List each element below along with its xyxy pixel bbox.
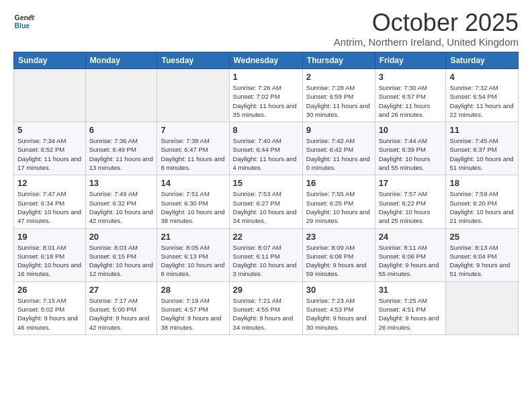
day-cell: 30Sunrise: 7:23 AM Sunset: 4:53 PM Dayli… bbox=[302, 281, 375, 334]
day-info: Sunrise: 8:03 AM Sunset: 6:15 PM Dayligh… bbox=[89, 243, 154, 279]
week-row-0: 1Sunrise: 7:26 AM Sunset: 7:02 PM Daylig… bbox=[14, 69, 519, 122]
day-info: Sunrise: 7:47 AM Sunset: 6:34 PM Dayligh… bbox=[17, 189, 82, 225]
day-number: 18 bbox=[449, 178, 515, 188]
day-number: 28 bbox=[161, 285, 225, 295]
day-cell: 10Sunrise: 7:44 AM Sunset: 6:39 PM Dayli… bbox=[375, 122, 446, 175]
day-number: 7 bbox=[161, 125, 225, 135]
day-cell: 23Sunrise: 8:09 AM Sunset: 6:08 PM Dayli… bbox=[302, 228, 375, 281]
day-cell: 26Sunrise: 7:15 AM Sunset: 5:02 PM Dayli… bbox=[14, 281, 86, 334]
day-info: Sunrise: 7:45 AM Sunset: 6:37 PM Dayligh… bbox=[449, 136, 515, 172]
day-cell bbox=[157, 69, 229, 122]
day-number: 30 bbox=[306, 285, 371, 295]
day-info: Sunrise: 7:15 AM Sunset: 5:02 PM Dayligh… bbox=[17, 296, 82, 332]
day-info: Sunrise: 7:23 AM Sunset: 4:53 PM Dayligh… bbox=[306, 296, 371, 332]
week-row-1: 5Sunrise: 7:34 AM Sunset: 6:52 PM Daylig… bbox=[14, 122, 519, 175]
day-cell: 11Sunrise: 7:45 AM Sunset: 6:37 PM Dayli… bbox=[446, 122, 519, 175]
weekday-header-thursday: Thursday bbox=[302, 52, 375, 69]
day-cell: 9Sunrise: 7:42 AM Sunset: 6:42 PM Daylig… bbox=[302, 122, 375, 175]
day-cell: 28Sunrise: 7:19 AM Sunset: 4:57 PM Dayli… bbox=[157, 281, 229, 334]
day-cell: 13Sunrise: 7:49 AM Sunset: 6:32 PM Dayli… bbox=[85, 175, 157, 228]
day-number: 11 bbox=[449, 125, 515, 135]
day-info: Sunrise: 7:59 AM Sunset: 6:20 PM Dayligh… bbox=[449, 189, 515, 225]
day-cell: 18Sunrise: 7:59 AM Sunset: 6:20 PM Dayli… bbox=[446, 175, 519, 228]
day-cell: 29Sunrise: 7:21 AM Sunset: 4:55 PM Dayli… bbox=[229, 281, 302, 334]
day-number: 26 bbox=[17, 285, 82, 295]
day-info: Sunrise: 7:40 AM Sunset: 6:44 PM Dayligh… bbox=[233, 136, 299, 172]
day-number: 14 bbox=[161, 178, 225, 188]
day-cell: 24Sunrise: 8:11 AM Sunset: 6:06 PM Dayli… bbox=[375, 228, 446, 281]
day-cell bbox=[85, 69, 157, 122]
day-cell: 20Sunrise: 8:03 AM Sunset: 6:15 PM Dayli… bbox=[85, 228, 157, 281]
day-cell: 22Sunrise: 8:07 AM Sunset: 6:11 PM Dayli… bbox=[229, 228, 302, 281]
day-number: 25 bbox=[449, 232, 515, 242]
day-cell: 21Sunrise: 8:05 AM Sunset: 6:13 PM Dayli… bbox=[157, 228, 229, 281]
day-cell: 27Sunrise: 7:17 AM Sunset: 5:00 PM Dayli… bbox=[85, 281, 157, 334]
day-info: Sunrise: 7:51 AM Sunset: 6:30 PM Dayligh… bbox=[161, 189, 225, 225]
day-number: 20 bbox=[89, 232, 154, 242]
day-cell: 25Sunrise: 8:13 AM Sunset: 6:04 PM Dayli… bbox=[446, 228, 519, 281]
day-number: 23 bbox=[306, 232, 371, 242]
day-cell: 8Sunrise: 7:40 AM Sunset: 6:44 PM Daylig… bbox=[229, 122, 302, 175]
day-number: 29 bbox=[233, 285, 299, 295]
day-info: Sunrise: 8:11 AM Sunset: 6:06 PM Dayligh… bbox=[379, 243, 443, 279]
day-info: Sunrise: 7:55 AM Sunset: 6:25 PM Dayligh… bbox=[306, 189, 371, 225]
day-number: 27 bbox=[89, 285, 154, 295]
day-number: 1 bbox=[233, 72, 299, 82]
day-number: 15 bbox=[233, 178, 299, 188]
day-cell: 17Sunrise: 7:57 AM Sunset: 6:22 PM Dayli… bbox=[375, 175, 446, 228]
day-info: Sunrise: 7:25 AM Sunset: 4:51 PM Dayligh… bbox=[379, 296, 443, 332]
day-info: Sunrise: 7:30 AM Sunset: 6:57 PM Dayligh… bbox=[379, 83, 443, 119]
day-cell: 14Sunrise: 7:51 AM Sunset: 6:30 PM Dayli… bbox=[157, 175, 229, 228]
day-number: 9 bbox=[306, 125, 371, 135]
page: General Blue October 2025 Antrim, Northe… bbox=[0, 0, 532, 342]
week-row-3: 19Sunrise: 8:01 AM Sunset: 6:18 PM Dayli… bbox=[14, 228, 519, 281]
day-cell: 6Sunrise: 7:36 AM Sunset: 6:49 PM Daylig… bbox=[85, 122, 157, 175]
day-info: Sunrise: 8:07 AM Sunset: 6:11 PM Dayligh… bbox=[233, 243, 299, 279]
day-info: Sunrise: 7:28 AM Sunset: 6:59 PM Dayligh… bbox=[306, 83, 371, 119]
day-info: Sunrise: 7:26 AM Sunset: 7:02 PM Dayligh… bbox=[233, 83, 299, 119]
week-row-2: 12Sunrise: 7:47 AM Sunset: 6:34 PM Dayli… bbox=[14, 175, 519, 228]
header: General Blue October 2025 Antrim, Northe… bbox=[13, 11, 519, 48]
day-number: 8 bbox=[233, 125, 299, 135]
day-number: 4 bbox=[449, 72, 515, 82]
day-cell bbox=[446, 281, 519, 334]
day-info: Sunrise: 8:05 AM Sunset: 6:13 PM Dayligh… bbox=[161, 243, 225, 279]
logo-icon: General Blue bbox=[13, 11, 35, 32]
day-info: Sunrise: 7:17 AM Sunset: 5:00 PM Dayligh… bbox=[89, 296, 154, 332]
weekday-header-sunday: Sunday bbox=[14, 52, 86, 69]
day-info: Sunrise: 7:44 AM Sunset: 6:39 PM Dayligh… bbox=[379, 136, 443, 172]
day-info: Sunrise: 7:53 AM Sunset: 6:27 PM Dayligh… bbox=[233, 189, 299, 225]
week-row-4: 26Sunrise: 7:15 AM Sunset: 5:02 PM Dayli… bbox=[14, 281, 519, 334]
day-cell: 7Sunrise: 7:38 AM Sunset: 6:47 PM Daylig… bbox=[157, 122, 229, 175]
day-number: 3 bbox=[379, 72, 443, 82]
day-number: 5 bbox=[17, 125, 82, 135]
day-cell: 19Sunrise: 8:01 AM Sunset: 6:18 PM Dayli… bbox=[14, 228, 86, 281]
day-cell: 12Sunrise: 7:47 AM Sunset: 6:34 PM Dayli… bbox=[14, 175, 86, 228]
day-info: Sunrise: 7:49 AM Sunset: 6:32 PM Dayligh… bbox=[89, 189, 154, 225]
day-number: 16 bbox=[306, 178, 371, 188]
weekday-header-tuesday: Tuesday bbox=[157, 52, 229, 69]
title-area: October 2025 Antrim, Northern Ireland, U… bbox=[334, 11, 519, 48]
day-info: Sunrise: 7:57 AM Sunset: 6:22 PM Dayligh… bbox=[379, 189, 443, 225]
logo: General Blue bbox=[13, 11, 38, 32]
day-cell: 31Sunrise: 7:25 AM Sunset: 4:51 PM Dayli… bbox=[375, 281, 446, 334]
month-title: October 2025 bbox=[334, 11, 519, 35]
calendar: SundayMondayTuesdayWednesdayThursdayFrid… bbox=[13, 52, 519, 335]
day-number: 2 bbox=[306, 72, 371, 82]
day-cell: 1Sunrise: 7:26 AM Sunset: 7:02 PM Daylig… bbox=[229, 69, 302, 122]
weekday-header-friday: Friday bbox=[375, 52, 446, 69]
day-cell: 16Sunrise: 7:55 AM Sunset: 6:25 PM Dayli… bbox=[302, 175, 375, 228]
day-info: Sunrise: 7:32 AM Sunset: 6:54 PM Dayligh… bbox=[449, 83, 515, 119]
day-info: Sunrise: 8:13 AM Sunset: 6:04 PM Dayligh… bbox=[449, 243, 515, 279]
day-info: Sunrise: 7:34 AM Sunset: 6:52 PM Dayligh… bbox=[17, 136, 82, 172]
day-number: 12 bbox=[17, 178, 82, 188]
day-number: 10 bbox=[379, 125, 443, 135]
day-number: 17 bbox=[379, 178, 443, 188]
day-number: 6 bbox=[89, 125, 154, 135]
day-cell bbox=[14, 69, 86, 122]
day-cell: 5Sunrise: 7:34 AM Sunset: 6:52 PM Daylig… bbox=[14, 122, 86, 175]
day-info: Sunrise: 8:09 AM Sunset: 6:08 PM Dayligh… bbox=[306, 243, 371, 279]
day-number: 13 bbox=[89, 178, 154, 188]
location-title: Antrim, Northern Ireland, United Kingdom bbox=[334, 36, 519, 48]
day-info: Sunrise: 8:01 AM Sunset: 6:18 PM Dayligh… bbox=[17, 243, 82, 279]
